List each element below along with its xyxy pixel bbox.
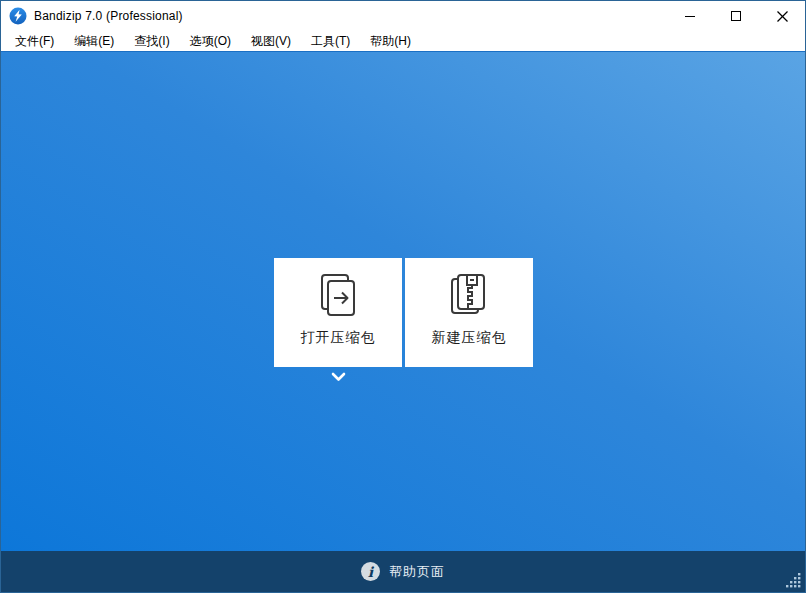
info-icon: i (361, 562, 380, 581)
workspace: 打开压缩包 新建压缩包 (1, 51, 805, 551)
menu-options[interactable]: 选项(O) (184, 31, 237, 52)
start-actions: 打开压缩包 新建压缩包 (274, 258, 533, 367)
menu-tools[interactable]: 工具(T) (305, 31, 356, 52)
maximize-icon (731, 11, 741, 21)
window-controls (667, 1, 805, 31)
titlebar[interactable]: Bandizip 7.0 (Professional) (1, 1, 805, 31)
menu-help[interactable]: 帮助(H) (364, 31, 417, 52)
new-archive-card[interactable]: 新建压缩包 (405, 258, 533, 367)
new-archive-label: 新建压缩包 (432, 329, 507, 347)
menubar: 文件(F) 编辑(E) 查找(I) 选项(O) 视图(V) 工具(T) 帮助(H… (1, 31, 805, 51)
help-page-button[interactable]: i 帮助页面 (351, 558, 455, 585)
minimize-icon (685, 16, 695, 17)
resize-grip[interactable] (785, 572, 802, 589)
window-title: Bandizip 7.0 (Professional) (34, 9, 183, 23)
help-page-label: 帮助页面 (389, 563, 445, 581)
menu-file[interactable]: 文件(F) (9, 31, 60, 52)
menu-edit[interactable]: 编辑(E) (68, 31, 120, 52)
menu-find[interactable]: 查找(I) (128, 31, 175, 52)
statusbar: i 帮助页面 (1, 551, 805, 592)
close-button[interactable] (759, 1, 805, 31)
open-archive-label: 打开压缩包 (301, 329, 376, 347)
open-archive-icon (314, 271, 362, 319)
bandizip-app-icon[interactable] (9, 7, 27, 25)
chevron-down-icon[interactable] (331, 372, 346, 382)
menu-view[interactable]: 视图(V) (245, 31, 297, 52)
open-archive-card[interactable]: 打开压缩包 (274, 258, 402, 367)
minimize-button[interactable] (667, 1, 713, 31)
maximize-button[interactable] (713, 1, 759, 31)
new-archive-icon (445, 271, 493, 319)
close-icon (777, 11, 788, 22)
bandizip-window: Bandizip 7.0 (Professional) 文件(F) 编辑(E) … (0, 0, 806, 593)
